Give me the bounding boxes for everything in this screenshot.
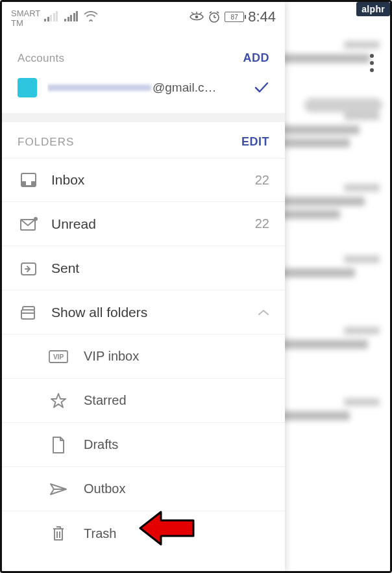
folder-starred[interactable]: Starred xyxy=(2,379,285,423)
folder-drafts[interactable]: Drafts xyxy=(2,423,285,467)
edit-folders-button[interactable]: EDIT xyxy=(241,135,269,149)
folder-count: 22 xyxy=(255,173,269,188)
svg-rect-16 xyxy=(21,310,34,319)
folder-trash[interactable]: Trash xyxy=(2,511,285,555)
unread-icon xyxy=(18,217,40,231)
carrier-label: SMART TM xyxy=(11,8,40,28)
section-divider xyxy=(2,113,285,122)
alarm-icon xyxy=(208,10,221,23)
drafts-icon xyxy=(47,436,69,454)
folder-unread[interactable]: Unread 22 xyxy=(2,202,285,246)
folder-label: Sent xyxy=(51,261,79,276)
watermark-badge: alphr xyxy=(356,2,390,16)
folder-vip-inbox[interactable]: VIP VIP inbox xyxy=(2,335,285,379)
accounts-header: Accounts ADD xyxy=(2,33,285,71)
svg-point-0 xyxy=(195,16,199,19)
account-email: @gmail.c… xyxy=(47,81,243,95)
folder-sent[interactable]: Sent xyxy=(2,246,285,290)
accounts-title: Accounts xyxy=(18,52,64,65)
folder-label: Show all folders xyxy=(51,305,147,320)
vip-icon: VIP xyxy=(47,350,69,363)
folder-inbox[interactable]: Inbox 22 xyxy=(2,158,285,202)
svg-text:VIP: VIP xyxy=(53,353,64,361)
folders-title: FOLDERS xyxy=(18,136,74,149)
sent-icon xyxy=(18,261,40,276)
navigation-drawer: SMART TM 87 8:44 xyxy=(2,2,285,571)
check-icon xyxy=(254,81,269,94)
inbox-icon xyxy=(18,172,40,188)
folder-label: Unread xyxy=(51,216,96,232)
folder-label: Drafts xyxy=(84,437,118,452)
signal-icon xyxy=(64,11,78,21)
trash-icon xyxy=(47,525,69,542)
status-bar: SMART TM 87 8:44 xyxy=(2,2,285,33)
outbox-icon xyxy=(47,482,69,496)
signal-icon xyxy=(44,11,58,21)
svg-line-1 xyxy=(191,12,194,14)
svg-line-2 xyxy=(199,12,202,14)
svg-line-7 xyxy=(210,12,212,13)
screenshot-frame: SMART TM 87 8:44 xyxy=(0,0,392,573)
folders-header: FOLDERS EDIT xyxy=(2,122,285,158)
folder-label: Outbox xyxy=(84,481,125,496)
folder-label: Starred xyxy=(84,393,127,408)
folder-label: Inbox xyxy=(51,172,84,188)
svg-rect-12 xyxy=(21,185,36,186)
clock-label: 8:44 xyxy=(248,8,276,25)
account-row[interactable]: @gmail.c… xyxy=(2,71,285,113)
folder-label: Trash xyxy=(84,526,116,541)
wifi-icon xyxy=(84,11,97,21)
svg-point-14 xyxy=(34,217,38,221)
folder-outbox[interactable]: Outbox xyxy=(2,467,285,511)
star-icon xyxy=(47,392,69,409)
more-options-icon[interactable] xyxy=(370,54,374,72)
folder-count: 22 xyxy=(255,216,269,231)
battery-icon: 87 xyxy=(225,12,244,22)
folders-icon xyxy=(18,305,40,320)
svg-line-8 xyxy=(217,12,219,13)
folder-list: Inbox 22 Unread 22 Sent Show xyxy=(2,158,285,571)
folder-show-all[interactable]: Show all folders xyxy=(2,290,285,335)
eye-icon xyxy=(190,12,204,22)
chevron-up-icon xyxy=(258,309,269,316)
add-account-button[interactable]: ADD xyxy=(243,51,270,65)
account-avatar xyxy=(18,78,37,97)
folder-label: VIP inbox xyxy=(84,349,139,364)
